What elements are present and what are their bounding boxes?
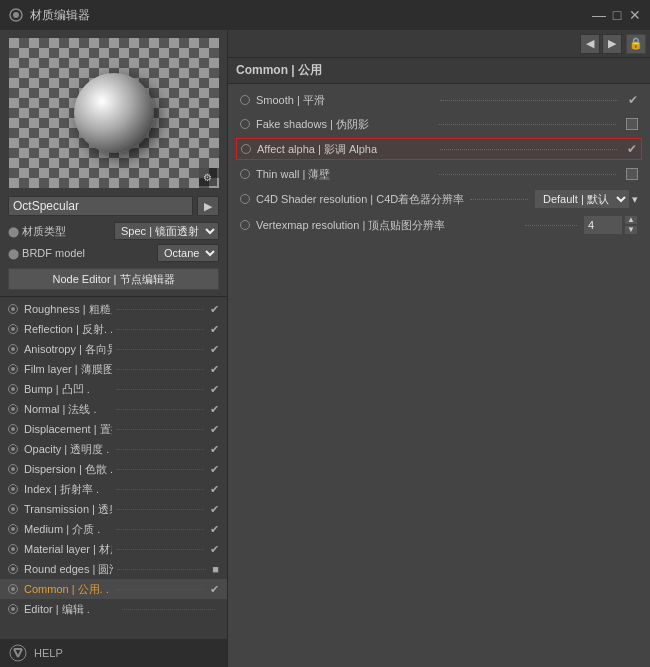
left-panel: ⚙ ▶ ⬤ 材质类型 Spec | 镜面透射 <box>0 30 228 667</box>
thin-wall-dots <box>439 174 616 175</box>
thin-wall-label: Thin wall | 薄壁 <box>256 167 433 182</box>
dispersion-dot <box>8 464 18 474</box>
left-bottom-bar: HELP <box>0 639 227 667</box>
list-item-round-edges[interactable]: Round edges | 圆滑边缘 . ■ <box>0 559 227 579</box>
row-thin-wall: Thin wall | 薄壁 <box>228 162 650 186</box>
svg-line-3 <box>14 649 18 657</box>
smooth-label: Smooth | 平滑 <box>256 93 434 108</box>
material-type-select[interactable]: Spec | 镜面透射 <box>114 222 219 240</box>
right-panel: ◀ ▶ 🔒 Common | 公用 Smooth | 平滑 ✔ <box>228 30 650 667</box>
medium-dot <box>8 524 18 534</box>
material-name-input[interactable] <box>8 196 193 216</box>
row-c4d-shader: C4D Shader resolution | C4D着色器分辨率 Defaul… <box>228 186 650 212</box>
vertexmap-label: Vertexmap resolution | 顶点贴图分辨率 <box>256 218 519 233</box>
c4d-shader-select[interactable]: Default | 默认 <box>534 189 630 209</box>
vertexmap-spinners: ▲ ▼ <box>624 215 638 235</box>
roughness-dot <box>8 304 18 314</box>
reflection-dot <box>8 324 18 334</box>
material-type-label: ⬤ 材质类型 <box>8 224 114 239</box>
vertexmap-increment-button[interactable]: ▲ <box>624 215 638 225</box>
displacement-dot <box>8 424 18 434</box>
vertexmap-decrement-button[interactable]: ▼ <box>624 225 638 235</box>
c4d-shader-label: C4D Shader resolution | C4D着色器分辨率 <box>256 192 464 207</box>
divider <box>0 296 227 297</box>
list-item-index[interactable]: Index | 折射率 . ✔ <box>0 479 227 499</box>
material-type-row: ⬤ 材质类型 Spec | 镜面透射 <box>0 220 227 242</box>
list-item-dispersion[interactable]: Dispersion | 色散 . ✔ <box>0 459 227 479</box>
svg-line-4 <box>18 649 22 657</box>
c4d-shader-dot <box>240 194 250 204</box>
minimize-button[interactable]: — <box>592 8 606 22</box>
right-section-header: Common | 公用 <box>228 58 650 84</box>
vertexmap-dot <box>240 220 250 230</box>
row-fake-shadows: Fake shadows | 伪阴影 <box>228 112 650 136</box>
affect-alpha-dots <box>440 149 617 150</box>
nav-forward-button[interactable]: ▶ <box>602 34 622 54</box>
smooth-check: ✔ <box>628 93 638 107</box>
help-area: HELP <box>8 643 63 663</box>
preview-sphere <box>74 73 154 153</box>
help-label: HELP <box>34 647 63 659</box>
row-smooth: Smooth | 平滑 ✔ <box>228 88 650 112</box>
list-item-bump[interactable]: Bump | 凸凹 . ✔ <box>0 379 227 399</box>
bump-dot <box>8 384 18 394</box>
list-item-medium[interactable]: Medium | 介质 . ✔ <box>0 519 227 539</box>
lock-icon: 🔒 <box>626 34 646 54</box>
node-editor-button[interactable]: Node Editor | 节点编辑器 <box>8 268 219 290</box>
titlebar: 材质编辑器 — □ ✕ <box>0 0 650 30</box>
opacity-dot <box>8 444 18 454</box>
smooth-dots <box>440 100 618 101</box>
maximize-button[interactable]: □ <box>610 8 624 22</box>
help-icon <box>8 643 28 663</box>
common-dot <box>8 584 18 594</box>
list-item-roughness[interactable]: Roughness | 粗糙度 . ✔ <box>0 299 227 319</box>
list-item-common[interactable]: Common | 公用. . ✔ <box>0 579 227 599</box>
fake-shadows-label: Fake shadows | 伪阴影 <box>256 117 433 132</box>
brdf-select[interactable]: Octane <box>157 244 219 262</box>
index-dot <box>8 484 18 494</box>
close-button[interactable]: ✕ <box>628 8 642 22</box>
right-property-list: Smooth | 平滑 ✔ Fake shadows | 伪阴影 Affect … <box>228 84 650 667</box>
left-property-list: Roughness | 粗糙度 . ✔ Reflection | 反射. . ✔… <box>0 299 227 639</box>
nav-back-button[interactable]: ◀ <box>580 34 600 54</box>
preview-icons: ⚙ <box>199 168 217 186</box>
editor-dot <box>8 604 18 614</box>
material-options-button[interactable]: ▶ <box>197 196 219 216</box>
preview-background <box>9 38 219 188</box>
affect-alpha-dot <box>241 144 251 154</box>
thin-wall-checkbox[interactable] <box>626 168 638 180</box>
anisotropy-dot <box>8 344 18 354</box>
list-item-normal[interactable]: Normal | 法线 . ✔ <box>0 399 227 419</box>
normal-dot <box>8 404 18 414</box>
name-row: ▶ <box>8 196 219 216</box>
row-affect-alpha: Affect alpha | 影调 Alpha ✔ <box>236 138 642 160</box>
brdf-label: ⬤ BRDF model <box>8 247 157 259</box>
preview-option-icon[interactable]: ⚙ <box>199 168 217 186</box>
svg-point-2 <box>10 645 26 661</box>
affect-alpha-check: ✔ <box>627 142 637 156</box>
round-edges-dot <box>8 564 18 574</box>
list-item-film-layer[interactable]: Film layer | 薄膜图层. . ✔ <box>0 359 227 379</box>
vertexmap-value-input[interactable] <box>583 215 623 235</box>
app-icon <box>8 7 24 23</box>
material-preview: ⚙ <box>9 38 219 188</box>
fake-shadows-dots <box>439 124 616 125</box>
fake-shadows-dot <box>240 119 250 129</box>
thin-wall-dot <box>240 169 250 179</box>
list-item-editor[interactable]: Editor | 编辑 . <box>0 599 227 619</box>
window-title: 材质编辑器 <box>30 7 592 24</box>
window-controls: — □ ✕ <box>592 8 642 22</box>
list-item-displacement[interactable]: Displacement | 置换. . ✔ <box>0 419 227 439</box>
fake-shadows-checkbox[interactable] <box>626 118 638 130</box>
list-item-anisotropy[interactable]: Anisotropy | 各向异性. . ✔ <box>0 339 227 359</box>
affect-alpha-label: Affect alpha | 影调 Alpha <box>257 142 434 157</box>
c4d-shader-dropdown-icon: ▾ <box>632 193 638 206</box>
content-area: ⚙ ▶ ⬤ 材质类型 Spec | 镜面透射 <box>0 30 650 667</box>
film-layer-dot <box>8 364 18 374</box>
smooth-dot <box>240 95 250 105</box>
material-layer-dot <box>8 544 18 554</box>
list-item-transmission[interactable]: Transmission | 透射 . ✔ <box>0 499 227 519</box>
list-item-reflection[interactable]: Reflection | 反射. . ✔ <box>0 319 227 339</box>
list-item-opacity[interactable]: Opacity | 透明度 . ✔ <box>0 439 227 459</box>
list-item-material-layer[interactable]: Material layer | 材质图层 . ✔ <box>0 539 227 559</box>
